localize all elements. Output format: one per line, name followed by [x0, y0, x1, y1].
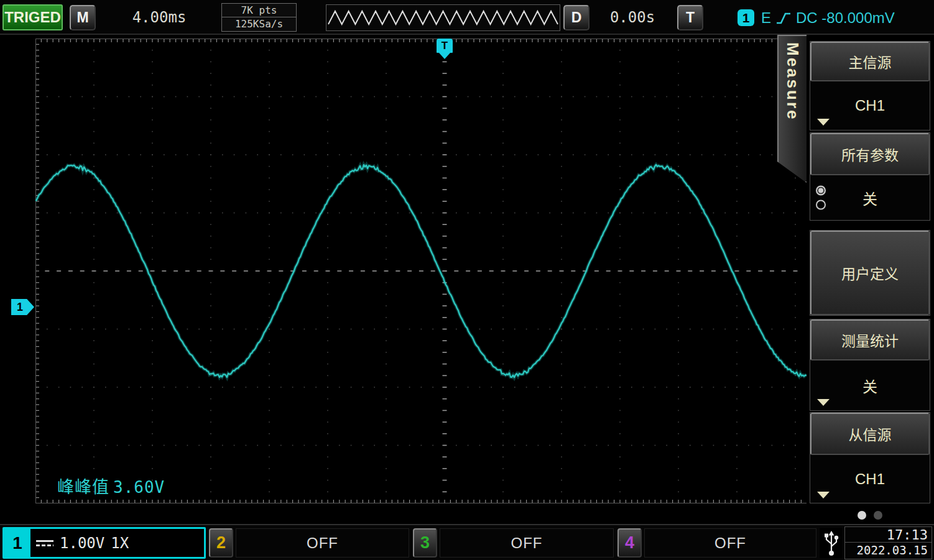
menu-page-indicator: [810, 511, 930, 520]
chevron-down-icon: [817, 119, 830, 126]
trigger-status-badge: TRIGED: [2, 4, 63, 30]
trigger-menu-button[interactable]: T: [677, 5, 703, 30]
channel3-status[interactable]: OFF: [440, 528, 614, 558]
main-source-value-label: CH1: [855, 97, 885, 114]
scope-display-area: T 1 峰峰值3.60V Measure: [0, 35, 807, 524]
all-parameters-value[interactable]: 关: [810, 175, 930, 220]
delay-button[interactable]: D: [563, 5, 590, 30]
chevron-down-icon: [817, 492, 830, 498]
channel2-badge[interactable]: 2: [209, 528, 233, 558]
oscilloscope-screen: TRIGED M 4.00ms 7K pts 125KSa/s D 0.00s …: [0, 0, 934, 560]
all-parameters-value-label: 关: [862, 187, 877, 209]
measurement-value: 3.60V: [113, 478, 165, 497]
page-dot-active: [858, 511, 866, 520]
menu-group-main-source: 主信源 CH1: [810, 41, 930, 131]
channel1-probe: 1X: [111, 535, 129, 552]
chevron-down-icon: [817, 399, 830, 406]
measure-stats-value[interactable]: 关: [810, 360, 930, 410]
slave-source-value[interactable]: CH1: [810, 455, 930, 503]
channel2-status[interactable]: OFF: [236, 528, 409, 558]
acquisition-info-box: 7K pts 125KSa/s: [221, 3, 297, 32]
channel4-status[interactable]: OFF: [644, 528, 816, 558]
main-source-value[interactable]: CH1: [810, 81, 930, 130]
soft-menu-panel: 主信源 CH1 所有参数 关 用户定义 测量统计 关: [807, 35, 934, 524]
timebase-readout: 4.00ms: [98, 5, 220, 30]
dc-coupling-icon: [36, 540, 53, 546]
usb-icon: [823, 530, 839, 556]
date-readout: 2022.03.15: [845, 543, 932, 558]
trigger-info-readout: E DC -80.000mV: [761, 5, 895, 30]
measure-stats-button[interactable]: 测量统计: [810, 319, 930, 360]
slave-source-value-label: CH1: [855, 470, 885, 488]
user-define-button[interactable]: 用户定义: [810, 231, 930, 315]
radio-indicator-group: [816, 186, 826, 210]
channel1-badge: 1: [4, 529, 30, 557]
trigger-level-readout: DC -80.000mV: [796, 9, 895, 27]
radio-selected-icon: [816, 186, 826, 196]
all-parameters-button[interactable]: 所有参数: [810, 133, 930, 175]
time-readout: 17:13: [845, 527, 932, 543]
measure-stats-value-label: 关: [862, 375, 877, 397]
channel4-badge[interactable]: 4: [617, 528, 642, 558]
radio-unselected-icon: [816, 200, 826, 210]
sample-rate-readout: 125KSa/s: [222, 17, 296, 31]
menu-group-measure-stats: 测量统计 关: [810, 319, 930, 411]
graticule-and-trace: [35, 39, 807, 503]
channel-status-bar: 1 1.00V 1X 2 OFF 3 OFF 4 OFF: [0, 524, 934, 560]
channel1-level-marker[interactable]: 1: [11, 299, 34, 315]
menu-group-user-define: 用户定义: [810, 230, 930, 316]
rising-edge-icon: [775, 11, 792, 25]
page-dot-inactive: [874, 511, 882, 520]
channel1-status-block[interactable]: 1 1.00V 1X: [2, 527, 206, 559]
slave-source-button[interactable]: 从信源: [810, 413, 930, 455]
memory-depth-readout: 7K pts: [222, 4, 296, 17]
horizontal-menu-button[interactable]: M: [70, 5, 96, 30]
measurement-label: 峰峰值: [57, 478, 109, 497]
horizontal-offset-readout: 0.00s: [590, 5, 675, 30]
usb-host-indicator: [820, 528, 843, 558]
channel3-badge[interactable]: 3: [413, 528, 437, 558]
main-source-button[interactable]: 主信源: [810, 42, 930, 81]
channel1-scale: 1.00V: [60, 535, 104, 552]
menu-group-all-params: 所有参数 关: [810, 132, 930, 221]
preview-zigzag-icon: [326, 5, 560, 30]
top-status-bar: TRIGED M 4.00ms 7K pts 125KSa/s D 0.00s …: [0, 0, 934, 35]
menu-group-slave-source: 从信源 CH1: [810, 412, 930, 503]
trigger-position-marker[interactable]: T: [437, 39, 453, 53]
clock-box: 17:13 2022.03.15: [844, 526, 932, 559]
measure-menu-tab[interactable]: Measure: [777, 35, 807, 183]
channel1-settings: 1.00V 1X: [30, 529, 204, 557]
trigger-coupling-prefix: E: [761, 9, 771, 27]
waveform-preview-strip: [326, 4, 560, 31]
trigger-source-badge: 1: [737, 9, 754, 26]
measurement-readout: 峰峰值3.60V: [57, 474, 165, 498]
measure-tab-label: Measure: [783, 42, 802, 181]
